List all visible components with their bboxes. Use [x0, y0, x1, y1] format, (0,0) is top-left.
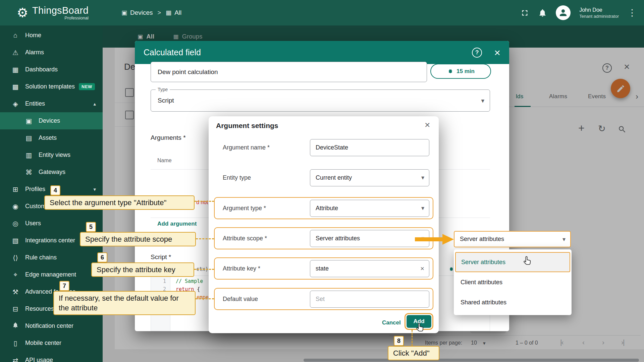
attribute-scope-label: Attribute scope *	[223, 235, 267, 242]
gateways-icon: ⌘	[24, 168, 33, 176]
default-value-placeholder: Set	[316, 296, 325, 303]
callout-connector	[194, 269, 214, 270]
sidebar-item-label: Devices	[39, 117, 60, 124]
sidebar-item-edge-management[interactable]: ⌖Edge management	[0, 266, 103, 283]
devices-icon: ▣	[121, 9, 127, 16]
argument-name-value: DeviceState	[316, 144, 348, 151]
attribute-scope-value: Server attributes	[316, 235, 360, 242]
attribute-scope-select[interactable]: Server attributes ▾	[310, 230, 429, 247]
top-header: ⚙ ThingsBoard Professional ▣ Devices > ▦…	[0, 0, 644, 25]
default-value-input[interactable]: Set	[310, 291, 429, 308]
sidebar-item-devices[interactable]: ▣Devices	[0, 112, 103, 129]
more-menu-icon[interactable]: ⋮	[628, 8, 637, 17]
scope-option-3[interactable]: Shared attributes	[454, 292, 572, 312]
cancel-button[interactable]: Cancel	[378, 317, 405, 328]
field-name-input[interactable]: Dew point calculation	[151, 62, 427, 82]
fullscreen-icon[interactable]	[520, 8, 529, 17]
type-select[interactable]: Type Script ▾	[151, 89, 490, 112]
type-value: Script	[158, 97, 174, 104]
sidebar-item-entity-views[interactable]: ▥Entity views	[0, 146, 103, 164]
sidebar-item-label: Users	[25, 220, 41, 227]
default-value-label: Default value	[223, 296, 258, 303]
argument-name-label: Argument name *	[223, 144, 270, 151]
callout-8: 8 Click "Add"	[388, 346, 439, 360]
add-argument-button[interactable]: Add argument	[157, 221, 197, 227]
attribute-key-row: Attribute key * state ×	[214, 257, 433, 280]
hand-cursor-icon	[523, 256, 533, 267]
callout-6: 6 Specify the attribute key	[91, 262, 194, 277]
callout-7: 7 If necessary, set the default value fo…	[53, 291, 196, 315]
sidebar-item-label: Alarms	[25, 49, 44, 56]
entity-type-value: Current entity	[316, 174, 352, 181]
scope-option-1[interactable]: Server attributes	[455, 252, 570, 272]
user-role: Tenant administrator	[579, 14, 619, 19]
caret-down-icon: ▾	[421, 174, 424, 181]
header-actions: John Doe Tenant administrator ⋮	[520, 5, 644, 20]
bell-icon	[11, 322, 20, 330]
type-label: Type	[156, 87, 170, 92]
hand-cursor-icon	[415, 322, 425, 334]
sidebar-item-gateways[interactable]: ⌘Gateways	[0, 164, 103, 181]
close-icon[interactable]: ×	[425, 120, 430, 130]
annotation-arrow-icon	[415, 234, 454, 245]
arguments-name-column: Name	[157, 158, 172, 164]
breadcrumb-devices[interactable]: ▣ Devices	[121, 9, 153, 16]
sidebar-item-rule-chains[interactable]: ⟨⟩Rule chains	[0, 249, 103, 266]
sidebar-item-label: Entity views	[39, 152, 70, 159]
entity-type-select[interactable]: Current entity ▾	[310, 169, 429, 186]
sidebar-item-mobile-center[interactable]: ▯Mobile center	[0, 335, 103, 352]
sidebar-item-label: Resources	[25, 305, 54, 312]
argument-type-select[interactable]: Attribute ▾	[310, 200, 429, 217]
scope-option-2[interactable]: Client attributes	[454, 272, 572, 292]
group-all-icon: ▦	[166, 9, 171, 16]
integrations-center-icon: ▧	[11, 237, 20, 245]
entity-views-icon: ▥	[24, 151, 33, 159]
script-label: Script *	[151, 253, 171, 261]
bug-icon	[447, 68, 453, 75]
brand-subtitle: Professional	[32, 15, 89, 20]
argument-name-input[interactable]: DeviceState	[310, 139, 429, 156]
code-token: // Sample	[176, 278, 203, 284]
customers-icon: ◉	[11, 202, 20, 210]
default-value-row: Default value Set	[214, 288, 433, 310]
breadcrumb-devices-label: Devices	[130, 9, 153, 16]
callout-5: 5 Specify the attribute scope	[80, 232, 196, 246]
caret-down-icon: ▾	[562, 236, 566, 243]
sidebar-item-label: Mobile center	[25, 340, 61, 347]
sidebar-item-api-usage[interactable]: ⇄API usage	[0, 352, 103, 362]
arguments-label: Arguments *	[151, 134, 186, 141]
profiles-icon: ⊞	[11, 185, 20, 193]
argument-name-row: Argument name * DeviceState	[214, 136, 433, 159]
sidebar-item-assets[interactable]: ▤Assets	[0, 129, 103, 146]
breadcrumb-all[interactable]: ▦ All	[166, 9, 181, 16]
dialog-title: Calculated field	[144, 48, 201, 57]
callout-number: 5	[86, 222, 96, 232]
attribute-key-input[interactable]: state ×	[310, 260, 429, 277]
breadcrumb-separator: >	[158, 9, 161, 16]
bug-icon[interactable]	[448, 266, 454, 272]
callout-connector	[196, 298, 214, 299]
sidebar-item-entities[interactable]: ◈Entities▴	[0, 95, 103, 112]
callout-text: Specify the attribute scope	[80, 232, 196, 246]
attribute-key-value: state	[316, 265, 329, 272]
sidebar-item-notification-center[interactable]: Notification center	[0, 317, 103, 335]
code-line-number: 1	[151, 277, 166, 285]
callout-text: Specify the attribute key	[91, 262, 194, 277]
attribute-key-label: Attribute key *	[223, 265, 260, 272]
notifications-bell-icon[interactable]	[538, 8, 547, 17]
sidebar-item-alarms[interactable]: ⚠Alarms	[0, 44, 103, 61]
rule-chains-icon: ⟨⟩	[11, 254, 20, 262]
sidebar-item-solution-templates[interactable]: ▩Solution templatesNEW	[0, 78, 103, 95]
help-icon[interactable]: ?	[472, 48, 482, 58]
sidebar-item-dashboards[interactable]: ▦Dashboards	[0, 61, 103, 78]
sidebar-item-label: Notification center	[25, 322, 73, 329]
close-icon[interactable]: ×	[494, 47, 500, 58]
clear-icon[interactable]: ×	[420, 265, 424, 272]
sidebar-item-home[interactable]: ⌂Home	[0, 27, 103, 44]
mobile-center-icon: ▯	[11, 339, 20, 347]
attribute-scope-open-select[interactable]: Server attributes ▾	[454, 231, 571, 247]
avatar[interactable]	[556, 5, 571, 20]
argument-type-label: Argument type *	[223, 205, 266, 212]
caret-down-icon: ▾	[421, 204, 424, 212]
debug-settings-button[interactable]: 15 min	[430, 64, 491, 79]
